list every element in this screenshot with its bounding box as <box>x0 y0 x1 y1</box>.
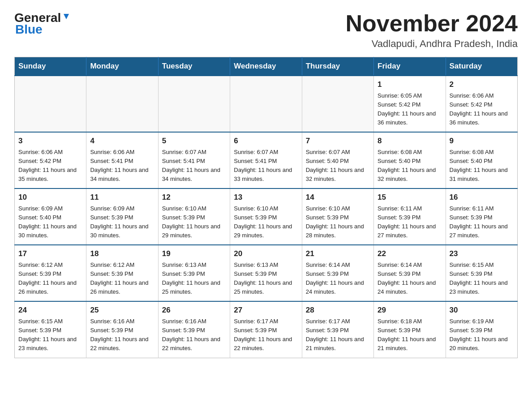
day-info: Sunrise: 6:14 AMSunset: 5:39 PMDaylight:… <box>306 261 370 297</box>
calendar-cell: 23Sunrise: 6:15 AMSunset: 5:39 PMDayligh… <box>446 245 517 301</box>
day-info: Sunrise: 6:07 AMSunset: 5:40 PMDaylight:… <box>306 148 370 184</box>
day-number: 10 <box>18 192 82 203</box>
page-header: General Blue November 2024 Vadlapudi, An… <box>14 11 518 50</box>
calendar-cell: 8Sunrise: 6:08 AMSunset: 5:40 PMDaylight… <box>374 132 446 188</box>
day-number: 15 <box>378 192 442 203</box>
calendar-cell: 25Sunrise: 6:16 AMSunset: 5:39 PMDayligh… <box>86 301 158 358</box>
calendar-cell <box>86 76 158 132</box>
day-info: Sunrise: 6:16 AMSunset: 5:39 PMDaylight:… <box>90 317 154 353</box>
page-title: November 2024 <box>346 11 518 36</box>
calendar-cell: 24Sunrise: 6:15 AMSunset: 5:39 PMDayligh… <box>15 301 86 358</box>
day-number: 27 <box>234 304 298 316</box>
day-number: 30 <box>450 304 514 316</box>
day-number: 13 <box>234 192 298 203</box>
day-number: 3 <box>18 135 82 147</box>
day-number: 6 <box>234 135 298 147</box>
calendar-cell: 28Sunrise: 6:17 AMSunset: 5:39 PMDayligh… <box>302 301 373 358</box>
day-number: 28 <box>306 304 370 316</box>
day-number: 4 <box>90 135 154 147</box>
day-number: 8 <box>378 135 442 147</box>
page-subtitle: Vadlapudi, Andhra Pradesh, India <box>346 38 518 50</box>
calendar-cell: 20Sunrise: 6:13 AMSunset: 5:39 PMDayligh… <box>230 245 302 301</box>
day-number: 26 <box>162 304 226 316</box>
day-info: Sunrise: 6:06 AMSunset: 5:42 PMDaylight:… <box>450 91 514 128</box>
weekday-header-row: SundayMondayTuesdayWednesdayThursdayFrid… <box>15 57 518 76</box>
calendar-cell: 9Sunrise: 6:08 AMSunset: 5:40 PMDaylight… <box>446 132 517 188</box>
weekday-header-thursday: Thursday <box>302 57 373 76</box>
calendar-cell: 17Sunrise: 6:12 AMSunset: 5:39 PMDayligh… <box>15 245 86 301</box>
calendar-cell: 11Sunrise: 6:09 AMSunset: 5:39 PMDayligh… <box>86 188 158 245</box>
day-number: 14 <box>306 192 370 203</box>
calendar-cell <box>230 76 302 132</box>
day-info: Sunrise: 6:11 AMSunset: 5:39 PMDaylight:… <box>450 204 514 240</box>
day-number: 19 <box>162 248 226 260</box>
day-info: Sunrise: 6:10 AMSunset: 5:39 PMDaylight:… <box>162 204 226 240</box>
calendar-week-row: 10Sunrise: 6:09 AMSunset: 5:40 PMDayligh… <box>15 188 518 245</box>
day-info: Sunrise: 6:10 AMSunset: 5:39 PMDaylight:… <box>234 204 298 240</box>
day-info: Sunrise: 6:14 AMSunset: 5:39 PMDaylight:… <box>378 261 442 297</box>
calendar-cell: 15Sunrise: 6:11 AMSunset: 5:39 PMDayligh… <box>374 188 446 245</box>
day-info: Sunrise: 6:11 AMSunset: 5:39 PMDaylight:… <box>378 204 442 240</box>
day-info: Sunrise: 6:16 AMSunset: 5:39 PMDaylight:… <box>162 317 226 353</box>
day-number: 9 <box>450 135 514 147</box>
calendar-cell: 29Sunrise: 6:18 AMSunset: 5:39 PMDayligh… <box>374 301 446 358</box>
day-info: Sunrise: 6:19 AMSunset: 5:39 PMDaylight:… <box>450 317 514 353</box>
calendar-cell <box>15 76 86 132</box>
day-number: 18 <box>90 248 154 260</box>
svg-marker-0 <box>64 14 69 19</box>
day-info: Sunrise: 6:13 AMSunset: 5:39 PMDaylight:… <box>162 261 226 297</box>
calendar-cell: 16Sunrise: 6:11 AMSunset: 5:39 PMDayligh… <box>446 188 517 245</box>
day-number: 7 <box>306 135 370 147</box>
calendar-cell <box>158 76 230 132</box>
calendar-cell: 19Sunrise: 6:13 AMSunset: 5:39 PMDayligh… <box>158 245 230 301</box>
calendar-cell: 6Sunrise: 6:07 AMSunset: 5:41 PMDaylight… <box>230 132 302 188</box>
day-info: Sunrise: 6:08 AMSunset: 5:40 PMDaylight:… <box>450 148 514 184</box>
day-info: Sunrise: 6:15 AMSunset: 5:39 PMDaylight:… <box>18 317 82 353</box>
calendar-cell: 30Sunrise: 6:19 AMSunset: 5:39 PMDayligh… <box>446 301 517 358</box>
day-number: 21 <box>306 248 370 260</box>
calendar-cell: 22Sunrise: 6:14 AMSunset: 5:39 PMDayligh… <box>374 245 446 301</box>
title-area: November 2024 Vadlapudi, Andhra Pradesh,… <box>346 11 518 50</box>
day-number: 5 <box>162 135 226 147</box>
day-info: Sunrise: 6:06 AMSunset: 5:42 PMDaylight:… <box>18 148 82 184</box>
calendar-cell: 2Sunrise: 6:06 AMSunset: 5:42 PMDaylight… <box>446 76 517 132</box>
calendar-cell: 21Sunrise: 6:14 AMSunset: 5:39 PMDayligh… <box>302 245 373 301</box>
day-info: Sunrise: 6:06 AMSunset: 5:41 PMDaylight:… <box>90 148 154 184</box>
day-info: Sunrise: 6:09 AMSunset: 5:39 PMDaylight:… <box>90 204 154 240</box>
day-number: 25 <box>90 304 154 316</box>
weekday-header-tuesday: Tuesday <box>158 57 230 76</box>
day-info: Sunrise: 6:07 AMSunset: 5:41 PMDaylight:… <box>234 148 298 184</box>
day-number: 16 <box>450 192 514 203</box>
day-number: 1 <box>378 79 442 90</box>
calendar-cell: 14Sunrise: 6:10 AMSunset: 5:39 PMDayligh… <box>302 188 373 245</box>
calendar-cell: 13Sunrise: 6:10 AMSunset: 5:39 PMDayligh… <box>230 188 302 245</box>
calendar-week-row: 24Sunrise: 6:15 AMSunset: 5:39 PMDayligh… <box>15 301 518 358</box>
calendar-cell: 18Sunrise: 6:12 AMSunset: 5:39 PMDayligh… <box>86 245 158 301</box>
calendar-cell: 1Sunrise: 6:05 AMSunset: 5:42 PMDaylight… <box>374 76 446 132</box>
calendar-cell: 5Sunrise: 6:07 AMSunset: 5:41 PMDaylight… <box>158 132 230 188</box>
logo-blue: Blue <box>15 22 43 37</box>
day-info: Sunrise: 6:05 AMSunset: 5:42 PMDaylight:… <box>378 91 442 128</box>
calendar-cell: 10Sunrise: 6:09 AMSunset: 5:40 PMDayligh… <box>15 188 86 245</box>
calendar-cell <box>302 76 373 132</box>
calendar-cell: 26Sunrise: 6:16 AMSunset: 5:39 PMDayligh… <box>158 301 230 358</box>
logo: General Blue <box>14 11 71 37</box>
day-info: Sunrise: 6:15 AMSunset: 5:39 PMDaylight:… <box>450 261 514 297</box>
day-info: Sunrise: 6:12 AMSunset: 5:39 PMDaylight:… <box>90 261 154 297</box>
day-number: 17 <box>18 248 82 260</box>
day-info: Sunrise: 6:18 AMSunset: 5:39 PMDaylight:… <box>378 317 442 353</box>
day-info: Sunrise: 6:12 AMSunset: 5:39 PMDaylight:… <box>18 261 82 297</box>
day-number: 2 <box>450 79 514 90</box>
day-info: Sunrise: 6:09 AMSunset: 5:40 PMDaylight:… <box>18 204 82 240</box>
day-info: Sunrise: 6:07 AMSunset: 5:41 PMDaylight:… <box>162 148 226 184</box>
logo-triangle-icon <box>62 12 71 23</box>
day-number: 29 <box>378 304 442 316</box>
day-number: 22 <box>378 248 442 260</box>
weekday-header-monday: Monday <box>86 57 158 76</box>
day-info: Sunrise: 6:17 AMSunset: 5:39 PMDaylight:… <box>234 317 298 353</box>
weekday-header-sunday: Sunday <box>15 57 86 76</box>
day-number: 23 <box>450 248 514 260</box>
calendar-week-row: 17Sunrise: 6:12 AMSunset: 5:39 PMDayligh… <box>15 245 518 301</box>
weekday-header-wednesday: Wednesday <box>230 57 302 76</box>
day-number: 20 <box>234 248 298 260</box>
